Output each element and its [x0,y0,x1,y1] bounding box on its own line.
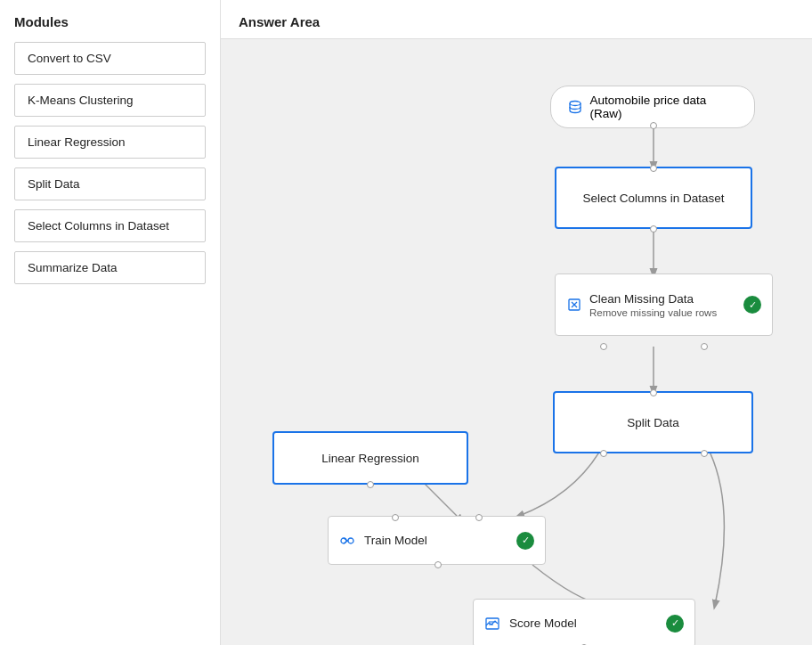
select-columns-label: Select Columns in Dataset [582,192,724,205]
linear-regression-node[interactable]: Linear Regression [272,431,468,485]
score-icon [484,616,500,632]
module-select-columns[interactable]: Select Columns in Dataset [14,209,206,242]
module-split-data[interactable]: Split Data [14,167,206,200]
train-model-label: Train Model [364,534,508,547]
split-data-label: Split Data [627,416,679,429]
module-convert-to-csv[interactable]: Convert to CSV [14,42,206,75]
module-linear-regression[interactable]: Linear Regression [14,126,206,159]
database-icon [567,99,583,115]
linear-regression-label: Linear Regression [321,452,419,465]
train-model-check: ✓ [516,532,534,550]
score-model-check: ✓ [666,615,684,633]
automobile-label: Automobile price data (Raw) [590,94,738,120]
answer-area-title: Answer Area [221,0,812,39]
score-model-label: Score Model [509,616,657,630]
dot-linreg-out [367,481,374,488]
module-summarize-data[interactable]: Summarize Data [14,251,206,284]
dot-train-in-right [475,514,483,521]
sidebar-title: Modules [14,14,206,29]
clean-missing-content: Clean Missing Data Remove missing value … [589,292,717,318]
clean-icon [566,297,582,313]
dot-clean-out-right [701,343,708,350]
dot-select-out [650,225,657,233]
clean-missing-check: ✓ [743,296,761,314]
clean-missing-node[interactable]: Clean Missing Data Remove missing value … [555,274,773,336]
dot-split-out-left [600,450,607,457]
train-icon [339,533,355,549]
split-data-node[interactable]: Split Data [553,391,753,453]
svg-point-4 [570,102,581,106]
dot-train-in-left [392,514,399,521]
canvas: Automobile price data (Raw) Select Colum… [221,39,812,645]
dot-split-in [650,389,657,396]
module-kmeans-clustering[interactable]: K-Means Clustering [14,84,206,117]
dot-automobile-out [650,122,657,129]
train-model-node[interactable]: Train Model ✓ [328,516,546,565]
clean-missing-sublabel: Remove missing value rows [589,307,717,318]
select-columns-node[interactable]: Select Columns in Dataset [555,167,752,229]
dot-split-out-right [701,450,708,457]
svg-point-9 [348,538,353,543]
dot-clean-out-left [600,343,607,350]
sidebar: Modules Convert to CSV K-Means Clusterin… [0,0,221,645]
dot-train-out [434,561,442,568]
score-model-node[interactable]: Score Model ✓ [473,599,695,645]
answer-area: Answer Area [221,0,812,645]
dot-select-in [650,165,657,172]
clean-missing-label: Clean Missing Data [589,292,694,306]
